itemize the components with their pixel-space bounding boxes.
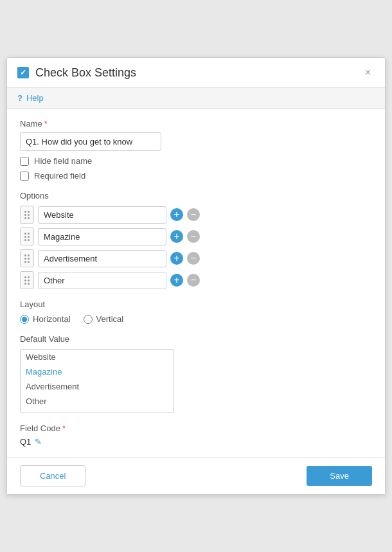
close-button[interactable]: × xyxy=(361,66,375,80)
check-box-settings-dialog: Check Box Settings × ? Help Name* Hide f… xyxy=(6,57,386,495)
option-input-2[interactable] xyxy=(38,250,166,267)
option-row-2: + − xyxy=(20,249,372,267)
help-bar: ? Help xyxy=(7,88,385,109)
required-field-checkbox[interactable] xyxy=(20,172,29,181)
name-required-star: * xyxy=(44,119,48,129)
option-row-1: + − xyxy=(20,227,372,245)
layout-horizontal-radio[interactable] xyxy=(20,315,29,324)
default-value-item-3[interactable]: Other xyxy=(21,394,174,409)
option-input-1[interactable] xyxy=(38,228,166,245)
layout-vertical-label: Vertical xyxy=(96,314,124,324)
option-row-0: + − xyxy=(20,206,372,224)
field-code-row: Q1 ✎ xyxy=(20,437,372,447)
remove-option-btn-0[interactable]: − xyxy=(187,208,200,221)
layout-vertical-radio[interactable] xyxy=(84,315,93,324)
name-section: Name* Hide field name Required field xyxy=(20,119,372,181)
layout-label: Layout xyxy=(20,299,372,309)
drag-handle-0[interactable] xyxy=(20,206,34,224)
layout-horizontal-option[interactable]: Horizontal xyxy=(20,314,71,324)
required-field-row: Required field xyxy=(20,171,372,181)
save-button[interactable]: Save xyxy=(307,466,372,486)
hide-field-name-label: Hide field name xyxy=(34,156,92,166)
drag-handle-1[interactable] xyxy=(20,227,34,245)
cancel-button[interactable]: Cancel xyxy=(20,465,85,486)
default-value-label: Default Value xyxy=(20,334,372,344)
drag-handle-3[interactable] xyxy=(20,271,34,289)
checkbox-icon xyxy=(17,67,29,78)
remove-option-btn-3[interactable]: − xyxy=(187,274,200,287)
dialog-body: Name* Hide field name Required field Opt… xyxy=(7,109,385,457)
layout-vertical-option[interactable]: Vertical xyxy=(84,314,124,324)
default-value-section: Default Value Website Magazine Advertise… xyxy=(20,334,372,413)
default-value-listbox[interactable]: Website Magazine Advertisement Other xyxy=(20,349,174,413)
dialog-header: Check Box Settings × xyxy=(7,58,385,88)
option-row-3: + − xyxy=(20,271,372,289)
add-option-btn-0[interactable]: + xyxy=(170,208,183,221)
remove-option-btn-1[interactable]: − xyxy=(187,230,200,243)
edit-field-code-icon[interactable]: ✎ xyxy=(35,437,42,447)
drag-handle-2[interactable] xyxy=(20,249,34,267)
default-value-item-0[interactable]: Website xyxy=(21,350,174,364)
options-section: Options + − xyxy=(20,191,372,289)
options-label: Options xyxy=(20,191,372,200)
name-input[interactable] xyxy=(20,132,161,151)
add-option-btn-3[interactable]: + xyxy=(170,274,183,287)
default-value-item-1[interactable]: Magazine xyxy=(21,364,174,379)
dialog-title: Check Box Settings xyxy=(35,66,361,80)
field-code-label: Field Code* xyxy=(20,423,372,433)
layout-radio-row: Horizontal Vertical xyxy=(20,314,372,324)
dialog-footer: Cancel Save xyxy=(7,457,385,494)
default-value-item-2[interactable]: Advertisement xyxy=(21,379,174,394)
remove-option-btn-2[interactable]: − xyxy=(187,252,200,265)
option-input-0[interactable] xyxy=(38,206,166,224)
add-option-btn-2[interactable]: + xyxy=(170,252,183,265)
hide-field-name-checkbox[interactable] xyxy=(20,157,29,166)
name-label: Name* xyxy=(20,119,372,129)
hide-field-name-row: Hide field name xyxy=(20,156,372,166)
option-input-3[interactable] xyxy=(38,272,166,289)
required-field-label: Required field xyxy=(34,171,85,181)
help-icon: ? xyxy=(17,93,22,103)
layout-section: Layout Horizontal Vertical xyxy=(20,299,372,324)
field-code-required-star: * xyxy=(62,423,66,433)
add-option-btn-1[interactable]: + xyxy=(170,230,183,243)
layout-horizontal-label: Horizontal xyxy=(33,314,71,324)
field-code-value: Q1 xyxy=(20,437,31,447)
field-code-section: Field Code* Q1 ✎ xyxy=(20,423,372,447)
help-link[interactable]: Help xyxy=(26,93,44,103)
